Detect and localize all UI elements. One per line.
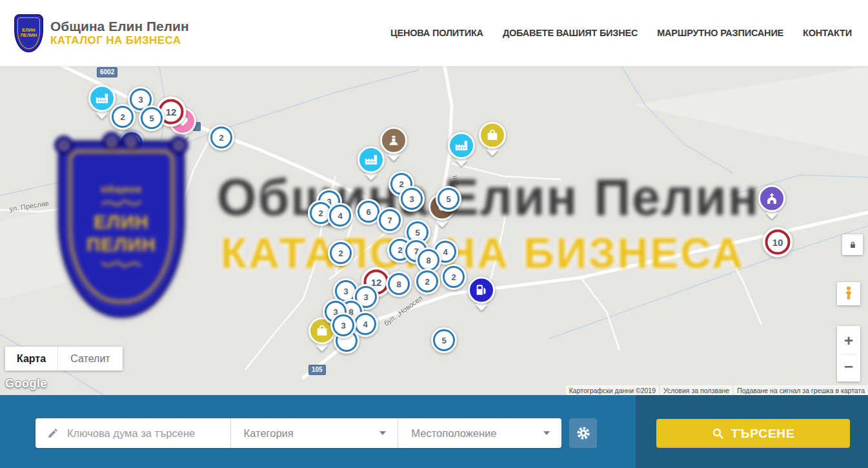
search-bar: Категория Местоположение ТЪРСЕНЕ xyxy=(0,395,868,468)
category-dropdown[interactable]: Категория xyxy=(231,418,398,448)
site-title: Община Елин Пелин КАТАЛОГ НА БИЗНЕСА xyxy=(50,19,189,47)
map-attribution: Картографски данни ©2019Условия за ползв… xyxy=(566,385,868,395)
map-type-map-button[interactable]: Карта xyxy=(5,347,58,371)
map-marker-cluster[interactable]: 3 xyxy=(330,312,356,338)
map-marker-cluster[interactable]: 2 xyxy=(441,264,467,290)
location-dropdown[interactable]: Местоположение xyxy=(398,418,561,448)
gear-icon xyxy=(576,425,591,441)
search-button-label: ТЪРСЕНЕ xyxy=(731,427,795,441)
municipality-crest-icon: ЕЛИН ПЕЛИН xyxy=(14,14,43,52)
header: ЕЛИН ПЕЛИН Община Елин Пелин КАТАЛОГ НА … xyxy=(0,0,868,66)
keyword-section xyxy=(35,418,230,448)
nav-item-1[interactable]: ЦЕНОВА ПОЛИТИКА xyxy=(390,28,483,38)
keyword-search-input[interactable] xyxy=(67,427,230,440)
chevron-down-icon xyxy=(543,431,550,435)
attribution-item-2[interactable]: Условия за ползване xyxy=(660,385,732,395)
chevron-down-icon xyxy=(379,431,386,435)
location-dropdown-label: Местоположение xyxy=(411,427,496,440)
map-marker-cluster[interactable]: 4 xyxy=(327,203,353,229)
zoom-out-button[interactable]: − xyxy=(837,354,860,379)
attribution-item-1: Картографски данни ©2019 xyxy=(566,385,659,395)
map-marker-cluster[interactable]: 5 xyxy=(431,327,457,353)
map-type-satellite-button[interactable]: Сателит xyxy=(58,347,123,371)
search-fields: Категория Местоположение xyxy=(35,418,561,448)
zoom-control: + − xyxy=(837,326,860,382)
site-title-line2: КАТАЛОГ НА БИЗНЕСА xyxy=(50,34,189,47)
lock-icon xyxy=(848,240,858,250)
site-logo[interactable]: ЕЛИН ПЕЛИН Община Елин Пелин КАТАЛОГ НА … xyxy=(14,14,189,52)
google-logo[interactable]: Google xyxy=(5,377,47,391)
nav-item-2[interactable]: ДОБАВЕТЕ ВАШИЯТ БИЗНЕС xyxy=(503,28,638,38)
map-marker-cluster[interactable]: 7 xyxy=(377,207,403,233)
map-marker-cluster[interactable]: 2 xyxy=(208,125,234,150)
pegman-icon xyxy=(842,285,856,302)
pegman-button[interactable] xyxy=(837,282,860,305)
map-marker-cluster[interactable]: 5 xyxy=(436,186,461,212)
map-marker-cluster[interactable]: 5 xyxy=(139,105,165,131)
advanced-search-button[interactable] xyxy=(569,418,597,448)
attribution-item-3[interactable]: Подаване на сигнал за грешка в картата xyxy=(734,385,868,395)
map-marker-cluster[interactable]: 3 xyxy=(399,186,425,212)
pencil-icon xyxy=(47,427,59,439)
page: ЕЛИН ПЕЛИН Община Елин Пелин КАТАЛОГ НА … xyxy=(0,0,868,468)
map-marker-cluster[interactable]: 2 xyxy=(328,240,354,266)
category-dropdown-label: Категория xyxy=(244,427,294,440)
map-marker-cluster[interactable]: 8 xyxy=(386,271,412,297)
map-canvas[interactable]: ул. Преславбул. „Новоселщи6002105 община… xyxy=(0,66,868,395)
map-cluster-layer: 1232522536753242274812822338343510 xyxy=(0,66,868,395)
main-nav: ЦЕНОВА ПОЛИТИКАДОБАВЕТЕ ВАШИЯТ БИЗНЕСМАР… xyxy=(390,28,852,38)
site-title-line1: Община Елин Пелин xyxy=(50,19,189,34)
map-marker-cluster[interactable]: 2 xyxy=(414,269,440,294)
search-button[interactable]: ТЪРСЕНЕ xyxy=(656,419,850,448)
map-type-switcher: Карта Сателит xyxy=(5,347,123,371)
nav-item-3[interactable]: МАРШРУТНО РАЗПИСАНИЕ xyxy=(657,28,783,38)
search-icon xyxy=(712,427,724,440)
map-marker-cluster[interactable]: 2 xyxy=(110,104,136,130)
map-lock-button[interactable] xyxy=(842,234,863,255)
map-marker-cluster[interactable]: 10 xyxy=(763,227,793,258)
zoom-in-button[interactable]: + xyxy=(837,329,860,353)
nav-item-4[interactable]: КОНТАКТИ xyxy=(803,28,852,38)
